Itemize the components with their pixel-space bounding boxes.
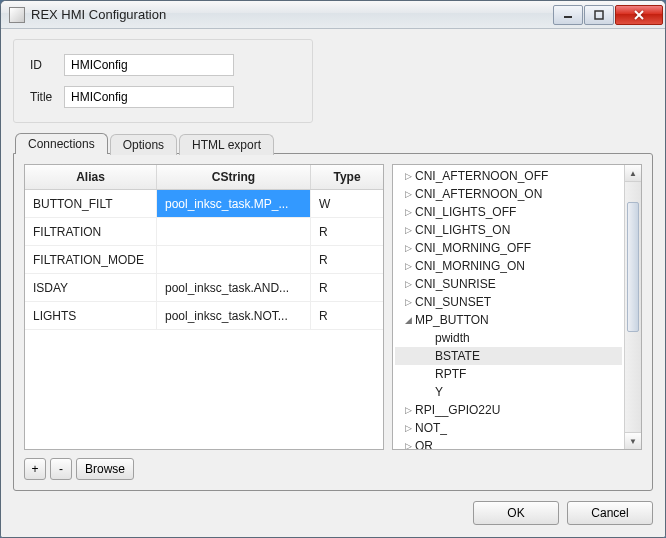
chevron-down-icon[interactable]: ◢	[401, 315, 415, 325]
tree-node[interactable]: ◢MP_BUTTON	[395, 311, 622, 329]
tree-node-label: CNI_SUNRISE	[415, 277, 496, 291]
table-row[interactable]: FILTRATION_MODER	[25, 246, 383, 274]
chevron-right-icon[interactable]: ▷	[401, 261, 415, 271]
tree-node-label: NOT_	[415, 421, 447, 435]
tab-html-export[interactable]: HTML export	[179, 134, 274, 155]
chevron-right-icon[interactable]: ▷	[401, 171, 415, 181]
chevron-right-icon[interactable]: ▷	[401, 297, 415, 307]
tree-node-label: RPI__GPIO22U	[415, 403, 500, 417]
content-area: ID Title Connections Options HTML export…	[1, 29, 665, 537]
chevron-right-icon[interactable]: ▷	[401, 207, 415, 217]
id-input[interactable]	[64, 54, 234, 76]
tree-node-label: Y	[435, 385, 443, 399]
window-controls	[553, 5, 663, 25]
chevron-right-icon[interactable]: ▷	[401, 441, 415, 449]
tree-node-label: CNI_LIGHTS_ON	[415, 223, 510, 237]
maximize-button[interactable]	[584, 5, 614, 25]
tree-node-label: CNI_LIGHTS_OFF	[415, 205, 516, 219]
properties-panel: ID Title	[13, 39, 313, 123]
cancel-button[interactable]: Cancel	[567, 501, 653, 525]
tree-node-label: CNI_MORNING_OFF	[415, 241, 531, 255]
tree-node[interactable]: ▷RPI__GPIO22U	[395, 401, 622, 419]
tree-child-node[interactable]: pwidth	[395, 329, 622, 347]
tree-child-node[interactable]: Y	[395, 383, 622, 401]
cell-type[interactable]: R	[311, 274, 383, 301]
chevron-right-icon[interactable]: ▷	[401, 225, 415, 235]
minimize-button[interactable]	[553, 5, 583, 25]
tree-node-label: BSTATE	[435, 349, 480, 363]
ok-button[interactable]: OK	[473, 501, 559, 525]
tree-node-label: OR_	[415, 439, 440, 449]
dialog-footer: OK Cancel	[13, 501, 653, 525]
tree-node[interactable]: ▷CNI_MORNING_ON	[395, 257, 622, 275]
tree-node-label: CNI_AFTERNOON_ON	[415, 187, 542, 201]
table-row[interactable]: FILTRATIONR	[25, 218, 383, 246]
tree-node[interactable]: ▷OR_	[395, 437, 622, 449]
connections-table: Alias CString Type BUTTON_FILTpool_inksc…	[24, 164, 384, 450]
chevron-right-icon[interactable]: ▷	[401, 189, 415, 199]
title-label: Title	[30, 90, 64, 104]
id-label: ID	[30, 58, 64, 72]
tree-child-node[interactable]: BSTATE	[395, 347, 622, 365]
tabs: Connections Options HTML export	[13, 133, 653, 154]
th-cstring[interactable]: CString	[157, 165, 311, 189]
tree-node[interactable]: ▷CNI_SUNSET	[395, 293, 622, 311]
th-alias[interactable]: Alias	[25, 165, 157, 189]
tree-node-label: MP_BUTTON	[415, 313, 489, 327]
cell-type[interactable]: R	[311, 218, 383, 245]
remove-button[interactable]: -	[50, 458, 72, 480]
tree-node-label: CNI_AFTERNOON_OFF	[415, 169, 548, 183]
th-type[interactable]: Type	[311, 165, 383, 189]
table-row[interactable]: LIGHTSpool_inksc_task.NOT...R	[25, 302, 383, 330]
scroll-up-button[interactable]: ▲	[625, 165, 641, 182]
cell-type[interactable]: R	[311, 246, 383, 273]
chevron-right-icon[interactable]: ▷	[401, 279, 415, 289]
minimize-icon	[563, 10, 573, 20]
add-button[interactable]: +	[24, 458, 46, 480]
tab-options[interactable]: Options	[110, 134, 177, 155]
cell-cstring[interactable]: pool_inksc_task.MP_...	[157, 190, 311, 217]
svg-rect-1	[595, 11, 603, 19]
chevron-right-icon[interactable]: ▷	[401, 243, 415, 253]
tree-node[interactable]: ▷CNI_LIGHTS_ON	[395, 221, 622, 239]
app-window: REX HMI Configuration ID Title	[0, 0, 666, 538]
cell-alias[interactable]: FILTRATION_MODE	[25, 246, 157, 273]
window-title: REX HMI Configuration	[31, 7, 553, 22]
cell-alias[interactable]: LIGHTS	[25, 302, 157, 329]
cell-alias[interactable]: FILTRATION	[25, 218, 157, 245]
tab-connections[interactable]: Connections	[15, 133, 108, 154]
cell-type[interactable]: W	[311, 190, 383, 217]
title-input[interactable]	[64, 86, 234, 108]
tree-node[interactable]: ▷CNI_MORNING_OFF	[395, 239, 622, 257]
tree-node-label: CNI_SUNSET	[415, 295, 491, 309]
vertical-scrollbar[interactable]: ▲ ▼	[624, 165, 641, 449]
app-icon	[9, 7, 25, 23]
table-row[interactable]: ISDAYpool_inksc_task.AND...R	[25, 274, 383, 302]
cell-cstring[interactable]	[157, 218, 311, 245]
browse-button[interactable]: Browse	[76, 458, 134, 480]
cell-cstring[interactable]	[157, 246, 311, 273]
tree-node-label: CNI_MORNING_ON	[415, 259, 525, 273]
scroll-down-button[interactable]: ▼	[625, 432, 641, 449]
tree-child-node[interactable]: RPTF	[395, 365, 622, 383]
cell-type[interactable]: R	[311, 302, 383, 329]
close-icon	[633, 9, 645, 21]
tree-panel: ▷CNI_AFTERNOON_OFF▷CNI_AFTERNOON_ON▷CNI_…	[392, 164, 642, 450]
cell-alias[interactable]: ISDAY	[25, 274, 157, 301]
cell-cstring[interactable]: pool_inksc_task.NOT...	[157, 302, 311, 329]
maximize-icon	[594, 10, 604, 20]
tree-node[interactable]: ▷CNI_SUNRISE	[395, 275, 622, 293]
tree-node[interactable]: ▷CNI_LIGHTS_OFF	[395, 203, 622, 221]
tree-node-label: pwidth	[435, 331, 470, 345]
cell-alias[interactable]: BUTTON_FILT	[25, 190, 157, 217]
close-button[interactable]	[615, 5, 663, 25]
cell-cstring[interactable]: pool_inksc_task.AND...	[157, 274, 311, 301]
tree-node[interactable]: ▷CNI_AFTERNOON_OFF	[395, 167, 622, 185]
chevron-right-icon[interactable]: ▷	[401, 423, 415, 433]
scroll-thumb[interactable]	[627, 202, 639, 332]
chevron-right-icon[interactable]: ▷	[401, 405, 415, 415]
titlebar[interactable]: REX HMI Configuration	[1, 1, 665, 29]
tree-node[interactable]: ▷NOT_	[395, 419, 622, 437]
table-row[interactable]: BUTTON_FILTpool_inksc_task.MP_...W	[25, 190, 383, 218]
tree-node[interactable]: ▷CNI_AFTERNOON_ON	[395, 185, 622, 203]
